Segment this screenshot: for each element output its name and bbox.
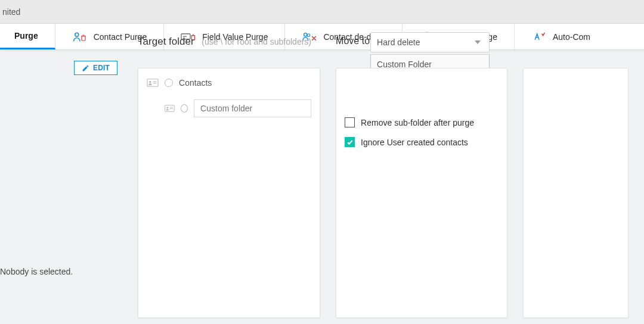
auto-complete-icon — [531, 32, 547, 42]
svg-point-0 — [75, 33, 78, 36]
app-title-strip: nited — [0, 0, 644, 24]
edit-button[interactable]: EDIT — [74, 61, 117, 75]
checkbox-ignore-label: Ignore User created contacts — [361, 138, 468, 147]
svg-point-8 — [149, 81, 151, 83]
tab-auto-complete[interactable]: Auto-Com — [515, 24, 596, 49]
tab-label: Auto-Com — [553, 32, 590, 42]
target-folder-hint: (use \ for root and subfolders) — [202, 37, 311, 46]
target-root-row[interactable]: Contacts — [147, 78, 311, 88]
target-custom-row — [165, 99, 311, 117]
check-icon — [346, 139, 354, 146]
edit-button-label: EDIT — [93, 64, 110, 72]
target-root-label: Contacts — [179, 78, 212, 88]
checkbox-remove-subfolder[interactable] — [345, 117, 355, 127]
contact-purge-icon — [72, 32, 88, 42]
svg-rect-1 — [82, 36, 85, 40]
extra-card — [523, 68, 628, 318]
checkbox-ignore-user-row[interactable]: Ignore User created contacts — [345, 137, 499, 147]
contact-card-icon — [165, 104, 175, 113]
contact-card-icon — [147, 79, 159, 87]
move-to-label: Move to — [336, 36, 370, 46]
pencil-icon — [82, 64, 89, 72]
radio-custom[interactable] — [181, 104, 188, 113]
radio-contacts[interactable] — [165, 79, 173, 87]
checkbox-remove-subfolder-row[interactable]: Remove sub-folder after purge — [345, 117, 499, 127]
left-column: EDIT Nobody is selected. — [0, 50, 122, 324]
tab-label: Purge — [14, 31, 38, 40]
tab-bar: Purge Contact Purge Field Value Purge — [0, 24, 644, 50]
svg-rect-11 — [165, 105, 175, 112]
tab-folder-purge[interactable]: Purge — [0, 24, 55, 49]
target-folder-title: Target folder (use \ for root and subfol… — [138, 36, 311, 48]
custom-folder-input[interactable] — [194, 99, 311, 117]
selection-empty-text: Nobody is selected. — [0, 267, 117, 276]
svg-point-12 — [166, 107, 168, 108]
checkbox-remove-label: Remove sub-folder after purge — [361, 118, 474, 127]
app-title-fragment: nited — [2, 7, 20, 17]
checkbox-ignore-user[interactable] — [345, 137, 355, 147]
target-folder-card: Contacts — [138, 68, 320, 318]
move-to-selected: Hard delete — [377, 38, 420, 47]
chevron-down-icon — [475, 40, 481, 44]
main-area: EDIT Nobody is selected. Target folder (… — [0, 50, 644, 324]
move-to-display[interactable]: Hard delete — [370, 32, 490, 52]
svg-rect-7 — [147, 79, 158, 87]
move-options-card: Remove sub-folder after purge Ignore Use… — [336, 68, 507, 318]
